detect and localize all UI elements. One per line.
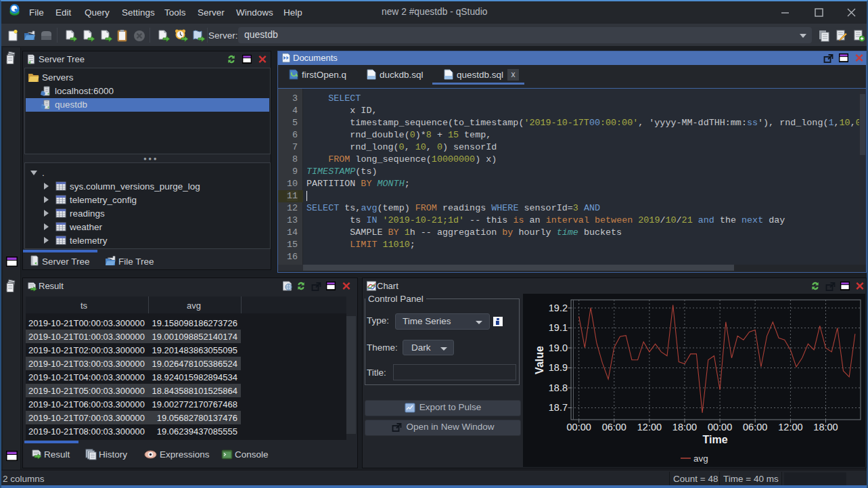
svg-text:18.9: 18.9 <box>549 362 568 373</box>
svg-text:18.7: 18.7 <box>549 402 568 413</box>
svg-text:06:00: 06:00 <box>743 422 767 432</box>
svg-text:12:00: 12:00 <box>778 422 802 432</box>
svg-text:00:00: 00:00 <box>567 422 591 432</box>
svg-text:avg: avg <box>693 453 708 464</box>
svg-text:Value: Value <box>534 346 545 374</box>
svg-text:19.0: 19.0 <box>549 342 568 353</box>
svg-text:12:00: 12:00 <box>637 422 662 432</box>
svg-text:06:00: 06:00 <box>602 422 626 432</box>
svg-text:18.8: 18.8 <box>549 382 568 393</box>
svg-text:19.1: 19.1 <box>549 322 568 333</box>
svg-text:18:00: 18:00 <box>813 422 838 432</box>
svg-text:18:00: 18:00 <box>672 422 697 432</box>
svg-text:Time: Time <box>702 434 727 445</box>
svg-text:19.2: 19.2 <box>549 303 568 313</box>
svg-text:00:00: 00:00 <box>708 422 732 432</box>
